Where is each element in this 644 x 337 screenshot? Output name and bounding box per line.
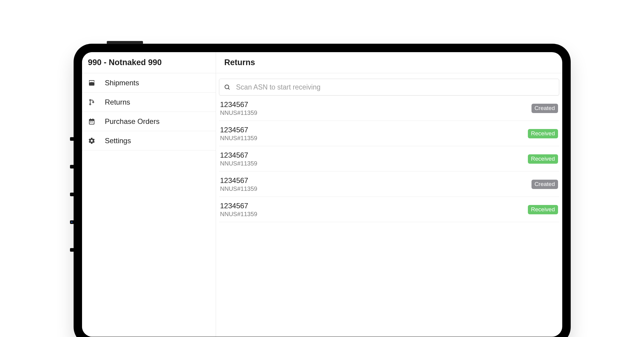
list-item[interactable]: 1234567 NNUS#11359 Created <box>219 96 559 121</box>
list-item-text: 1234567 NNUS#11359 <box>220 100 257 116</box>
list-item-sub: NNUS#11359 <box>220 109 257 116</box>
sidebar-item-label: Shipments <box>105 79 139 87</box>
list-item-id: 1234567 <box>220 100 257 109</box>
search-input[interactable] <box>236 83 555 91</box>
sidebar-title: 990 - Notnaked 990 <box>88 58 162 67</box>
device-side-markers <box>70 137 74 252</box>
list-item-id: 1234567 <box>220 126 257 134</box>
page-title: Returns <box>224 58 255 67</box>
list-item-id: 1234567 <box>220 151 257 159</box>
sidebar-item-returns[interactable]: Returns <box>82 93 216 112</box>
status-badge: Created <box>531 180 558 189</box>
search-wrap <box>216 73 562 96</box>
main-pane: Returns 1234567 NNUS#11359 <box>216 52 562 337</box>
device-top-slot <box>107 41 143 44</box>
sidebar-item-settings[interactable]: Settings <box>82 131 216 150</box>
sidebar-item-label: Returns <box>105 98 130 106</box>
app-screen: 990 - Notnaked 990 Shipments <box>82 52 562 337</box>
list-item[interactable]: 1234567 NNUS#11359 Received <box>219 146 559 172</box>
list-item-text: 1234567 NNUS#11359 <box>220 151 257 167</box>
sidebar-item-shipments[interactable]: Shipments <box>82 73 216 93</box>
list-item-id: 1234567 <box>220 176 257 185</box>
status-badge: Created <box>531 104 558 113</box>
inbox-download-icon <box>87 79 96 87</box>
sidebar: 990 - Notnaked 990 Shipments <box>82 52 216 337</box>
list-item-text: 1234567 NNUS#11359 <box>220 176 257 192</box>
gear-icon <box>87 137 96 145</box>
sidebar-item-label: Settings <box>105 137 131 145</box>
list-item-sub: NNUS#11359 <box>220 185 257 192</box>
list-item[interactable]: 1234567 NNUS#11359 Received <box>219 121 559 146</box>
main-header: Returns <box>216 52 562 73</box>
list-item-sub: NNUS#11359 <box>220 135 257 142</box>
list-item-sub: NNUS#11359 <box>220 211 257 218</box>
svg-point-2 <box>93 102 94 103</box>
sidebar-item-label: Purchase Orders <box>105 117 160 126</box>
search-icon <box>224 83 231 91</box>
list-item-id: 1234567 <box>220 202 257 210</box>
list-item-sub: NNUS#11359 <box>220 160 257 167</box>
compare-arrows-icon <box>87 98 96 106</box>
list-item[interactable]: 1234567 NNUS#11359 Received <box>219 197 559 222</box>
tablet-frame: 990 - Notnaked 990 Shipments <box>74 44 571 337</box>
calendar-icon <box>87 117 96 126</box>
status-badge: Received <box>528 129 558 138</box>
list-item[interactable]: 1234567 NNUS#11359 Created <box>219 172 559 197</box>
status-badge: Received <box>528 154 558 164</box>
list-item-text: 1234567 NNUS#11359 <box>220 202 257 218</box>
status-badge: Received <box>528 205 558 214</box>
svg-point-0 <box>90 99 91 101</box>
list-item-text: 1234567 NNUS#11359 <box>220 126 257 142</box>
svg-point-1 <box>90 104 91 105</box>
sidebar-header: 990 - Notnaked 990 <box>82 52 216 73</box>
sidebar-item-purchase-orders[interactable]: Purchase Orders <box>82 112 216 131</box>
search-box[interactable] <box>219 79 559 96</box>
sidebar-nav: Shipments Returns Purchase Or <box>82 73 216 150</box>
returns-list: 1234567 NNUS#11359 Created 1234567 NNUS#… <box>216 96 562 222</box>
